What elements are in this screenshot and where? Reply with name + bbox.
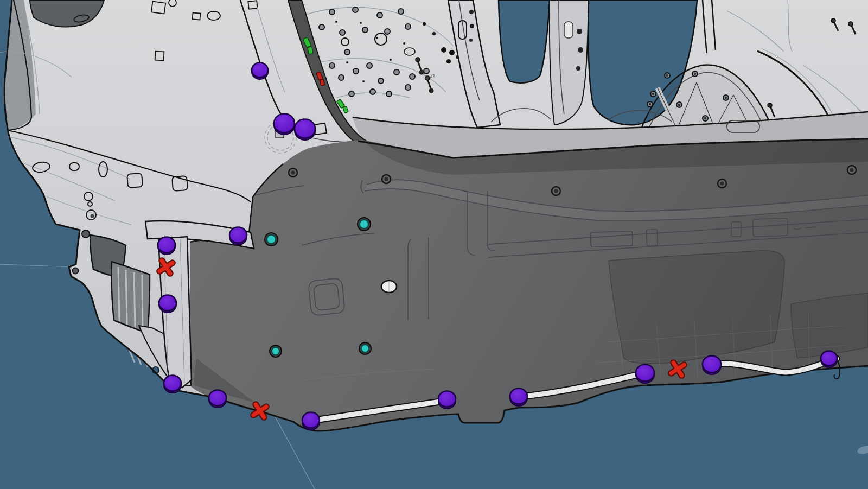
door-opening-left: [499, 0, 550, 83]
purple-fastener-marker[interactable]: [274, 114, 295, 135]
red-x-marker[interactable]: [253, 404, 266, 417]
purple-fastener-marker[interactable]: [438, 391, 456, 409]
viewport-canvas[interactable]: 2022.: [0, 0, 868, 489]
cyan-fastener-marker[interactable]: [270, 345, 282, 357]
green-clip-marker[interactable]: [308, 47, 313, 54]
purple-fastener-marker[interactable]: [229, 227, 247, 245]
cad-3d-viewport[interactable]: 2022.: [0, 0, 868, 489]
red-x-marker[interactable]: [671, 363, 684, 376]
purple-fastener-marker[interactable]: [159, 295, 176, 313]
purple-fastener-marker[interactable]: [302, 412, 320, 430]
cyan-fastener-marker[interactable]: [358, 218, 371, 231]
purple-fastener-marker[interactable]: [209, 390, 226, 408]
purple-fastener-marker[interactable]: [636, 365, 654, 384]
purple-fastener-marker[interactable]: [164, 376, 181, 393]
purple-fastener-marker[interactable]: [252, 63, 268, 80]
red-x-marker[interactable]: [159, 261, 173, 274]
purple-fastener-marker[interactable]: [821, 351, 837, 368]
purple-fastener-marker[interactable]: [295, 119, 315, 141]
cyan-fastener-marker[interactable]: [265, 233, 278, 246]
cyan-fastener-marker[interactable]: [359, 342, 371, 354]
purple-fastener-marker[interactable]: [158, 237, 175, 255]
purple-fastener-marker[interactable]: [510, 389, 527, 407]
red-clip-marker[interactable]: [320, 79, 325, 86]
purple-fastener-marker[interactable]: [703, 356, 721, 375]
